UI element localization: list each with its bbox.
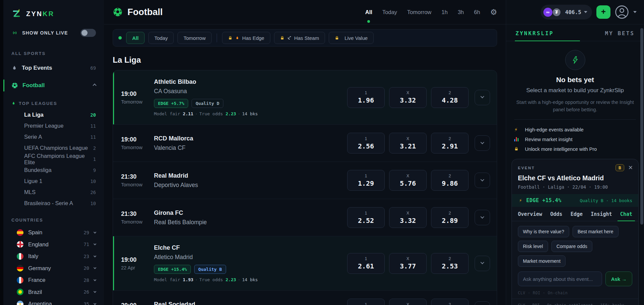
odds-button-2[interactable]: 22.53 — [431, 253, 469, 274]
sidebar-item-country[interactable]: France28 — [3, 274, 101, 286]
close-icon[interactable]: ✕ — [628, 165, 633, 171]
gear-icon[interactable]: ⚙ — [490, 8, 497, 16]
odds-button-x[interactable]: X3.21 — [389, 133, 427, 154]
league-label: Premier League — [24, 123, 90, 129]
odds-button-1[interactable]: 11.96 — [347, 87, 385, 108]
odds-button-1[interactable]: 12.25 — [347, 299, 385, 305]
odds-button-2[interactable]: 23.78 — [431, 299, 469, 305]
odds-button-x[interactable]: X3.32 — [389, 207, 427, 228]
event-tab-odds[interactable]: Odds — [550, 207, 562, 221]
match-time: 19:0022 Apr — [121, 256, 154, 270]
league-label: UEFA Champions League — [24, 145, 93, 151]
odds-button-x[interactable]: X3.32 — [389, 87, 427, 108]
lock-icon — [335, 36, 339, 40]
sidebar-item-league[interactable]: Bundesliga9 — [3, 165, 101, 176]
sidebar-item-league[interactable]: UEFA Champions League2 — [3, 142, 101, 154]
sidebar-item-country[interactable]: Spain29 — [3, 227, 101, 239]
odds-button-1[interactable]: 12.56 — [347, 133, 385, 154]
event-tab-edge[interactable]: Edge — [571, 207, 583, 221]
tab-all[interactable]: All — [365, 9, 372, 15]
event-tab-overview[interactable]: Overview — [518, 207, 542, 221]
expand-match-button[interactable] — [475, 210, 490, 225]
account-chevron-icon[interactable] — [633, 11, 637, 13]
event-chip[interactable]: Risk level — [518, 241, 548, 252]
filter-chip-has-steam[interactable]: Has Steam — [274, 32, 325, 44]
filter-chip-live-value[interactable]: Live Value — [329, 32, 374, 44]
expand-match-button[interactable] — [475, 135, 490, 151]
sidebar-item-league[interactable]: MLS26 — [3, 187, 101, 198]
filter-chip-has-edge[interactable]: Has Edge — [222, 32, 270, 44]
event-chip[interactable]: Compare odds — [551, 241, 592, 252]
expand-match-button[interactable] — [475, 301, 490, 305]
tab-6h[interactable]: 6h — [474, 9, 480, 15]
expand-match-button[interactable] — [475, 256, 490, 271]
sidebar-item-league[interactable]: AFC Champions League Elite1 — [3, 154, 101, 165]
bullet-label: Review market insight — [525, 137, 573, 142]
sidebar-item-league[interactable]: Ligue 110 — [3, 176, 101, 187]
sidebar-item-league[interactable]: Serie A11 — [3, 131, 101, 142]
tab-tomorrow[interactable]: Tomorrow — [407, 9, 431, 15]
tab-today[interactable]: Today — [382, 9, 397, 15]
match-teams: Elche CFAtletico MadridEDGE +15.4%Qualit… — [154, 244, 342, 282]
event-chip[interactable]: Market movement — [518, 255, 566, 267]
sidebar-item-top-events[interactable]: Top Events 69 — [3, 61, 101, 75]
event-chip[interactable]: Best market here — [573, 226, 619, 237]
country-list: Spain29England71Italy23Germany20France28… — [3, 227, 101, 305]
league-count: 11 — [90, 123, 96, 129]
avatar[interactable] — [615, 5, 629, 19]
tab-my-bets[interactable]: MY BETS — [575, 25, 635, 41]
filter-chip-all[interactable]: All — [126, 32, 145, 44]
sidebar-item-country[interactable]: Argentina35 — [3, 298, 101, 305]
odds-button-2[interactable]: 22.89 — [431, 207, 469, 228]
wallet-balance-pill[interactable]: ∞ ₮ 406.5 — [541, 5, 592, 19]
sidebar-item-league[interactable]: Brasileirao - Serie A10 — [3, 198, 101, 209]
odds-button-2[interactable]: 29.86 — [431, 170, 469, 191]
odds-button-x[interactable]: X3.77 — [389, 253, 427, 274]
expand-match-button[interactable] — [475, 173, 490, 188]
live-toggle-switch[interactable] — [80, 29, 96, 37]
bullet-label: High-edge events available — [525, 127, 584, 132]
filter-chip-tomorrow[interactable]: Tomorrow — [177, 32, 212, 44]
sidebar-item-football[interactable]: Football — [3, 78, 101, 93]
odds-label: 2 — [449, 174, 451, 178]
odds-button-1[interactable]: 11.29 — [347, 170, 385, 191]
sidebar-item-country[interactable]: Germany20 — [3, 262, 101, 274]
odds-button-x[interactable]: X2.97 — [389, 299, 427, 305]
sidebar: ZYNKR SHOW ONLY LIVE ALL SPORTS Top Even… — [0, 0, 104, 305]
odds-label: 1 — [365, 136, 367, 141]
odds-button-1[interactable]: 12.52 — [347, 207, 385, 228]
match-time: 21:30Tomorrow — [121, 210, 154, 225]
chevron-down-icon — [94, 278, 96, 281]
tab-1h[interactable]: 1h — [441, 9, 447, 15]
odds-value: 2.56 — [358, 142, 374, 150]
odds-button-2[interactable]: 24.28 — [431, 87, 469, 108]
filter-chip-today[interactable]: Today — [148, 32, 174, 44]
edge-badge: EDGE +15.4% — [154, 265, 191, 274]
odds-button-1[interactable]: 12.61 — [347, 253, 385, 274]
sidebar-item-country[interactable]: England71 — [3, 239, 101, 251]
away-team: Deportivo Alaves — [154, 182, 342, 189]
odds-label: 1 — [365, 256, 367, 261]
sidebar-item-country[interactable]: Italy23 — [3, 250, 101, 262]
sidebar-item-league[interactable]: Premier League11 — [3, 120, 101, 131]
odds-label: 2 — [449, 302, 451, 305]
tab-3h[interactable]: 3h — [458, 9, 464, 15]
odds-label: 2 — [449, 90, 451, 95]
scrollbar-thumb[interactable] — [640, 28, 643, 225]
country-count: 35 — [84, 301, 89, 305]
ask-input[interactable] — [518, 271, 602, 286]
deposit-add-button[interactable]: + — [596, 5, 610, 19]
event-tab-chat[interactable]: Chat — [620, 207, 632, 221]
odds-group: 11.96X3.3224.28 — [347, 87, 490, 108]
tab-zynkrslip[interactable]: ZYNKRSLIP — [516, 25, 575, 41]
event-chip[interactable]: Why is there value? — [518, 226, 569, 237]
expand-match-button[interactable] — [475, 90, 490, 105]
odds-button-2[interactable]: 22.91 — [431, 133, 469, 154]
sidebar-item-country[interactable]: Brazil26 — [3, 286, 101, 298]
ask-button[interactable]: Ask → — [605, 271, 632, 286]
sidebar-item-league[interactable]: La Liga20 — [3, 109, 101, 120]
brand-logo[interactable]: ZYNKR — [3, 0, 101, 21]
odds-button-x[interactable]: X5.76 — [389, 170, 427, 191]
lock-icon — [280, 36, 284, 40]
event-tab-insight[interactable]: Insight — [591, 207, 612, 221]
